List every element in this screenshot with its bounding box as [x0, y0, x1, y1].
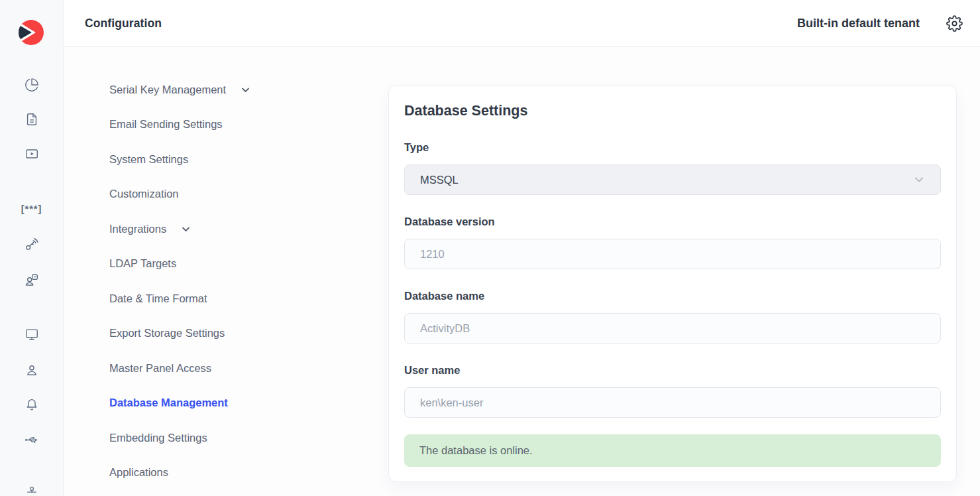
user-question-icon: ? [24, 272, 39, 287]
nav-item-embedding-settings[interactable]: Embedding Settings [109, 420, 251, 456]
nav-item-integrations[interactable]: Integrations [109, 212, 251, 247]
database-version-field[interactable] [404, 239, 941, 269]
chevron-down-icon [912, 173, 926, 186]
sidebar-button-passwords[interactable]: [***] [0, 201, 63, 217]
nav-item-ldap-targets[interactable]: LDAP Targets [109, 247, 251, 282]
top-header: Configuration Built-in default tenant [64, 0, 980, 47]
gear-icon [946, 15, 963, 32]
sidebar-button-sessions[interactable] [0, 326, 63, 342]
sidebar-button-devices[interactable] [0, 432, 63, 448]
nav-item-database-management[interactable]: Database Management [109, 386, 251, 421]
configuration-nav: Serial Key Management Email Sending Sett… [109, 72, 251, 490]
sidebar-button-documents[interactable] [0, 111, 63, 127]
content-area: Serial Key Management Email Sending Sett… [64, 47, 980, 496]
pie-chart-icon [25, 78, 39, 92]
type-select-value: MSSQL [420, 174, 459, 186]
user-name-label: User name [404, 363, 941, 377]
sidebar-button-video[interactable] [0, 146, 63, 162]
sitemap-icon [25, 487, 39, 496]
tenant-label: Built-in default tenant [797, 17, 920, 31]
nav-item-export-storage-settings[interactable]: Export Storage Settings [109, 316, 251, 351]
settings-button[interactable] [946, 15, 963, 32]
bell-icon [25, 397, 39, 412]
sidebar-button-reports[interactable] [0, 77, 63, 93]
key-signal-icon [24, 237, 39, 252]
sidebar-button-notifications[interactable] [0, 397, 63, 412]
status-message: The database is online. [419, 444, 533, 457]
chevron-down-icon [180, 223, 191, 235]
page-title: Configuration [85, 17, 162, 31]
monitor-icon [25, 327, 39, 341]
type-label: Type [404, 140, 941, 155]
password-icon: [***] [21, 204, 42, 214]
nav-item-serial-key-management[interactable]: Serial Key Management [109, 72, 251, 107]
nav-item-applications[interactable]: Applications [109, 456, 251, 491]
database-version-label: Database version [404, 214, 941, 229]
database-status-banner: The database is online. [404, 434, 941, 467]
database-settings-card: Database Settings Type MSSQL Database ve… [388, 85, 957, 482]
nav-item-date-time-format[interactable]: Date & Time Format [109, 281, 251, 316]
icon-rail: [***] ? [0, 0, 64, 496]
svg-text:?: ? [34, 274, 36, 279]
sidebar-button-hierarchy[interactable] [0, 486, 63, 496]
database-name-field[interactable] [404, 313, 941, 343]
nav-item-email-sending-settings[interactable]: Email Sending Settings [109, 107, 251, 143]
app-logo-icon [19, 20, 44, 45]
type-select[interactable]: MSSQL [404, 164, 941, 195]
user-icon [25, 363, 39, 377]
video-icon [25, 147, 39, 161]
nav-item-customization[interactable]: Customization [109, 177, 251, 212]
chevron-down-icon [240, 84, 251, 95]
user-name-field[interactable] [404, 387, 941, 418]
database-name-label: Database name [404, 288, 941, 303]
card-title: Database Settings [404, 101, 941, 120]
nav-item-system-settings[interactable]: System Settings [109, 142, 251, 177]
usb-icon [24, 432, 39, 448]
sidebar-button-users[interactable] [0, 362, 63, 378]
document-icon [25, 112, 39, 127]
sidebar-button-user-help[interactable]: ? [0, 271, 63, 287]
nav-item-master-panel-access[interactable]: Master Panel Access [109, 351, 251, 386]
sidebar-button-api-keys[interactable] [0, 236, 63, 252]
